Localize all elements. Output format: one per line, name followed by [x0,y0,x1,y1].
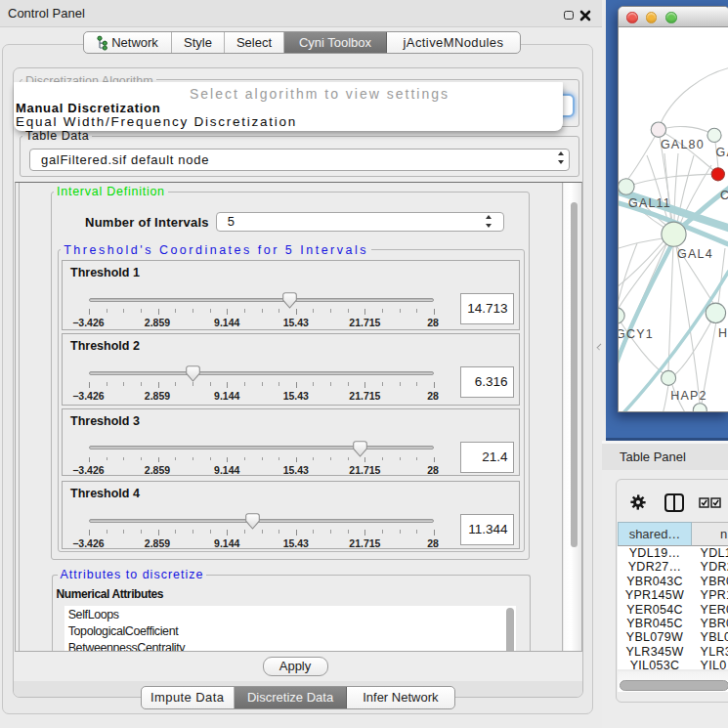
svg-text:GCY1: GCY1 [619,327,654,341]
svg-text:GAL11: GAL11 [628,196,671,210]
svg-text:GAL80: GAL80 [661,138,705,151]
svg-text:C: C [720,189,728,202]
svg-text:GA: GA [716,146,728,159]
svg-text:H: H [718,326,728,340]
svg-text:GAL4: GAL4 [677,247,713,261]
svg-text:HAP2: HAP2 [670,389,707,403]
